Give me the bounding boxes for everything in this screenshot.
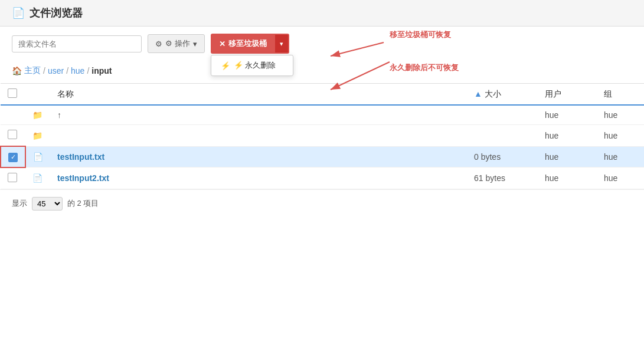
col-header-check [1,84,25,106]
annotation-line2: 永久删除后不可恢复 [390,63,459,73]
row3-size: 0 bytes [467,146,538,167]
breadcrumb-hue[interactable]: hue [71,66,84,75]
col-header-size[interactable]: ▲ 大小 [467,84,538,106]
row1-user: hue [538,105,597,125]
col-header-name[interactable]: 名称 [50,84,467,106]
file-link-testinput2[interactable]: testInput2.txt [57,173,109,183]
perm-delete-item[interactable]: ⚡ ⚡ 永久删除 [211,55,293,75]
row3-file-icon: 📄 [25,146,50,167]
col-header-group: 组 [597,84,644,106]
trash-dropdown-arrow[interactable]: ▾ [275,34,289,54]
file-link-testinput[interactable]: testInput.txt [57,152,104,162]
breadcrumb-sep-3: / [87,66,89,75]
table-row: 📁 hue hue [1,125,644,147]
breadcrumb-home-label: 主页 [24,65,41,76]
row3-group: hue [597,146,644,167]
select-all-checkbox[interactable] [8,88,17,98]
row2-check-cell [1,125,25,147]
row4-file-icon: 📄 [25,167,50,189]
search-input[interactable] [12,35,142,52]
row3-checkbox[interactable] [8,153,18,162]
row1-group: hue [597,105,644,125]
row2-checkbox[interactable] [8,130,17,139]
row1-folder-icon: 📁 [25,105,50,125]
file-table: 名称 ▲ 大小 用户 组 📁 ↑ hue [0,83,644,189]
row3-user: hue [538,146,597,167]
col-header-user: 用户 [538,84,597,106]
move-to-trash-label: 移至垃圾桶 [228,38,267,49]
app-header: 📄 文件浏览器 [0,0,644,27]
breadcrumb-sep-1: / [43,66,45,75]
row4-size: 61 bytes [467,167,538,189]
table-row: 📁 ↑ hue hue [1,105,644,125]
col-header-icon [25,84,50,106]
breadcrumb-current: input [91,66,112,75]
row4-checkbox[interactable] [8,173,17,182]
file-icon: 📄 [32,173,43,183]
row3-name[interactable]: testInput.txt [50,146,467,167]
trash-x-icon: ✕ [219,40,225,48]
app-title: 文件浏览器 [30,6,83,20]
perm-delete-label: ⚡ 永久删除 [234,60,276,71]
app-icon: 📄 [12,6,25,19]
move-to-trash-button[interactable]: ✕ 移至垃圾桶 [211,34,275,54]
folder-icon: 📁 [32,131,43,140]
table-row: 📄 testInput.txt 0 bytes hue hue [1,146,644,167]
per-page-select[interactable]: 45 100 200 [32,197,63,211]
breadcrumb-home[interactable]: 🏠 主页 [12,65,41,76]
trash-dropdown-menu: ⚡ ⚡ 永久删除 [211,55,293,76]
lightning-icon: ⚡ [221,61,230,70]
row2-size [467,125,538,147]
file-icon: 📄 [33,152,43,162]
up-dir-link[interactable]: ↑ [57,110,61,120]
trash-button-group: ✕ 移至垃圾桶 ▾ ⚡ ⚡ 永久删除 [211,34,289,54]
row3-check-cell [1,146,25,167]
annotation-area: 移至垃圾桶可恢复 永久删除后不可恢复 [390,29,459,73]
footer-suffix: 的 2 项目 [67,198,99,209]
folder-up-icon: 📁 [32,110,43,120]
annotation-line1: 移至垃圾桶可恢复 [390,29,459,40]
ops-button-label: ⚙ 操作 [165,38,190,49]
show-label: 显示 [12,198,27,209]
footer: 显示 45 100 200 的 2 项目 [0,189,644,218]
gear-icon: ⚙ [155,40,162,48]
row2-group: hue [597,125,644,147]
trash-chevron-icon: ▾ [280,40,283,47]
sort-up-icon: ▲ [474,89,482,98]
row4-check-cell [1,167,25,189]
row2-user: hue [538,125,597,147]
table-header-row: 名称 ▲ 大小 用户 组 [1,84,644,106]
home-icon: 🏠 [12,66,22,75]
row1-name[interactable]: ↑ [50,105,467,125]
row4-user: hue [538,167,597,189]
ops-button[interactable]: ⚙ ⚙ 操作 ▾ [148,34,205,53]
row2-folder-icon: 📁 [25,125,50,147]
breadcrumb: 🏠 主页 / user / hue / input [0,61,644,81]
table-row: 📄 testInput2.txt 61 bytes hue hue [1,167,644,189]
toolbar: ⚙ ⚙ 操作 ▾ ✕ 移至垃圾桶 ▾ ⚡ ⚡ 永久删除 移至垃圾桶可恢复 [0,27,644,61]
row1-size [467,105,538,125]
breadcrumb-sep-2: / [66,66,68,75]
ops-chevron-icon: ▾ [193,40,197,48]
row2-name[interactable] [50,125,467,147]
row4-name[interactable]: testInput2.txt [50,167,467,189]
row1-check-cell [1,105,25,125]
breadcrumb-user[interactable]: user [48,66,64,75]
row4-group: hue [597,167,644,189]
